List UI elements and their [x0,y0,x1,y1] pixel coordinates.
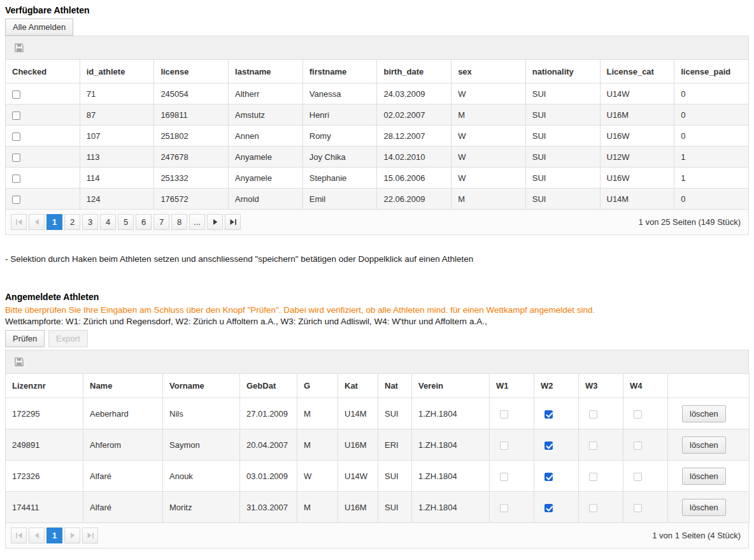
column-header-g[interactable]: G [297,374,338,398]
column-header-gebdat[interactable]: GebDat [240,374,297,398]
registered-athletes-title: Angemeldete Athleten [5,292,749,302]
available-header-row: Checked id_athlete license lastname firs… [6,60,749,83]
cell-license-paid: 0 [674,104,749,126]
pager-page-button-3[interactable]: 3 [82,214,98,230]
cell-license: 251802 [154,126,229,147]
column-header-license[interactable]: license [154,60,229,83]
registered-table: Lizenznr Name Vorname GebDat G Kat Nat V… [5,373,750,523]
row-select-checkbox[interactable] [12,175,20,183]
pager-prev-button [29,214,45,230]
row-select-checkbox[interactable] [12,133,20,141]
w4-checkbox [634,410,642,419]
cell-nat: ERI [378,429,412,461]
cell-license-cat: U16W [600,168,674,189]
cell-sex: W [452,126,526,147]
delete-button[interactable]: löschen [682,405,726,422]
column-header-w2[interactable]: W2 [534,374,579,398]
pager-prev-button [29,528,45,543]
page: Verfügbare Athleten Alle Anmelden [5,5,749,549]
cell-verein: 1.ZH.1804 [412,492,490,523]
column-header-checked[interactable]: Checked [6,60,80,83]
cell-nationality: SUI [525,189,600,210]
cell-lastname: Amstutz [229,104,303,126]
cell-nat: SUI [378,492,412,523]
available-pager: 1 2 3 4 5 6 7 8 ... 1 von 25 Seiten (149… [5,210,749,235]
pager-page-button-1[interactable]: 1 [46,528,62,543]
cell-id-athlete: 87 [80,104,154,126]
table-row[interactable]: 114 251332 Anyamele Stephanie 15.06.2006… [6,168,749,189]
pager-page-button-1[interactable]: 1 [46,214,62,230]
table-row[interactable]: 87 169811 Amstutz Henri 02.02.2007 M SUI… [6,104,749,126]
first-page-icon [16,217,22,227]
w2-checkbox[interactable] [544,410,553,419]
pager-next-button[interactable] [207,214,223,230]
column-header-lizenznr[interactable]: Lizenznr [6,374,83,398]
w2-checkbox[interactable] [544,473,553,481]
pager-page-button-7[interactable]: 7 [153,214,169,230]
delete-button[interactable]: löschen [682,436,726,454]
w3-checkbox [589,504,597,512]
column-header-nat[interactable]: Nat [378,374,412,398]
cell-g: M [297,398,338,429]
register-all-button[interactable]: Alle Anmelden [5,18,73,36]
cell-lizenznr: 172326 [6,461,83,492]
column-header-birth-date[interactable]: birth_date [377,60,452,83]
column-header-lastname[interactable]: lastname [229,60,303,83]
table-row[interactable]: 113 247678 Anyamele Joy Chika 14.02.2010… [6,147,749,168]
cell-birth-date: 15.06.2006 [377,168,452,189]
pager-last-button[interactable] [225,214,241,230]
pager-page-button-4[interactable]: 4 [100,214,116,230]
pager-page-button-5[interactable]: 5 [118,214,134,230]
column-header-name[interactable]: Name [83,374,163,398]
column-header-id-athlete[interactable]: id_athlete [80,60,154,83]
pager-page-button-8[interactable]: 8 [171,214,187,230]
column-header-w3[interactable]: W3 [579,374,623,398]
row-select-checkbox[interactable] [12,154,20,162]
table-row[interactable]: 124 176572 Arnold Emil 22.06.2009 M SUI … [6,189,749,210]
registered-athletes-section: Angemeldete Athleten Bitte überprüfen Si… [5,292,749,549]
cell-id-athlete: 114 [80,168,154,189]
row-select-checkbox[interactable] [12,111,20,120]
w1-checkbox [500,410,508,419]
check-button[interactable]: Prüfen [5,330,45,347]
cell-lizenznr: 174411 [6,492,83,523]
available-athletes-section: Verfügbare Athleten Alle Anmelden [5,5,749,235]
w1-checkbox [500,442,508,450]
column-header-sex[interactable]: sex [452,60,526,83]
cell-id-athlete: 124 [80,189,154,210]
available-athletes-grid: Checked id_athlete license lastname firs… [5,36,749,235]
w2-checkbox[interactable] [544,442,553,450]
cell-birth-date: 28.12.2007 [377,126,452,147]
cell-lastname: Annen [229,126,303,147]
w2-checkbox[interactable] [544,504,553,512]
pager-summary: 1 von 1 Seiten (4 Stück) [652,531,743,540]
cell-license-cat: U16M [600,104,674,126]
row-select-checkbox[interactable] [12,196,20,204]
cell-nat: SUI [378,461,412,492]
registered-header-row: Lizenznr Name Vorname GebDat G Kat Nat V… [6,374,750,398]
row-select-checkbox[interactable] [12,90,20,99]
table-row[interactable]: 71 245054 Altherr Vanessa 24.03.2009 W S… [6,83,749,104]
pager-ellipsis-button[interactable]: ... [189,214,205,230]
column-header-kat[interactable]: Kat [338,374,378,398]
column-header-license-paid[interactable]: license_paid [674,60,749,83]
pager-page-button-6[interactable]: 6 [136,214,152,230]
column-header-w1[interactable]: W1 [490,374,534,398]
cell-id-athlete: 113 [80,147,154,168]
column-header-verein[interactable]: Verein [412,374,490,398]
delete-button[interactable]: löschen [682,499,726,516]
pager-page-button-2[interactable]: 2 [64,214,80,230]
w4-checkbox [634,504,642,512]
column-header-firstname[interactable]: firstname [302,60,377,83]
delete-button[interactable]: löschen [682,468,726,485]
column-header-nationality[interactable]: nationality [525,60,600,83]
pager-first-button [11,528,27,543]
cell-license: 251332 [154,168,229,189]
cell-verein: 1.ZH.1804 [412,461,490,492]
cell-name: Aeberhard [83,398,163,429]
table-row[interactable]: 107 251802 Annen Romy 28.12.2007 W SUI U… [6,126,749,147]
column-header-vorname[interactable]: Vorname [163,374,240,398]
cell-kat: U16M [338,429,378,461]
column-header-w4[interactable]: W4 [623,374,668,398]
column-header-license-cat[interactable]: License_cat [600,60,674,83]
